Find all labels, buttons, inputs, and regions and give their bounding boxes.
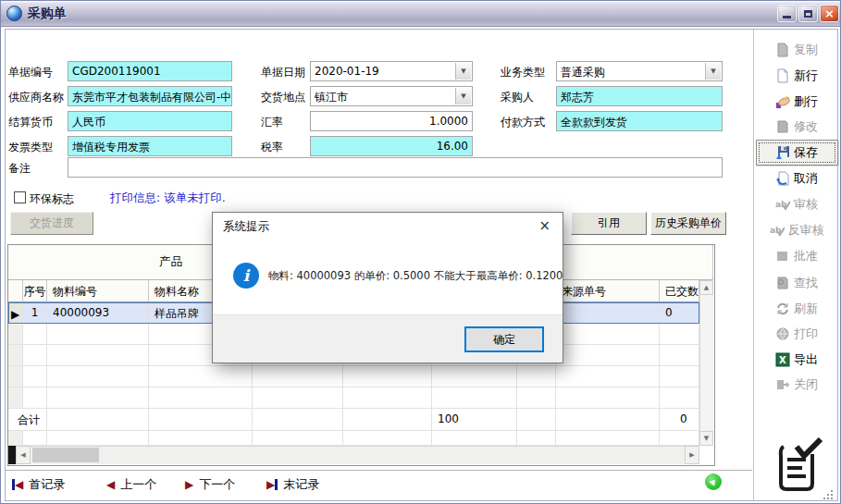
- group-header-right: [563, 245, 713, 280]
- dialog-message: 物料: 40000093 的单价: 0.5000 不能大于最高单价: 0.120…: [268, 269, 563, 283]
- currency-label: 结算货币: [8, 115, 53, 130]
- cell-material-code: 40000093: [47, 302, 149, 324]
- table-empty-row: [8, 366, 699, 387]
- sidebar-button-delete-row[interactable]: 删行: [756, 92, 837, 111]
- ok-button[interactable]: 确定: [464, 326, 544, 352]
- sidebar-button-unaudit[interactable]: ab 反审核: [756, 221, 837, 240]
- unaudit-icon: ab: [770, 223, 785, 238]
- maximize-button[interactable]: [798, 5, 818, 22]
- delivery-place-field[interactable]: 镇江市 ▼: [310, 86, 473, 106]
- col-delivered[interactable]: 已交数: [660, 280, 699, 302]
- delivery-place-label: 交货地点: [261, 90, 305, 105]
- sidebar-button-save[interactable]: 保存: [756, 143, 837, 162]
- col-source-no[interactable]: 来源单号: [556, 280, 660, 302]
- dialog-title: 系统提示: [223, 219, 269, 235]
- biz-type-label: 业务类型: [501, 65, 545, 80]
- hscrollbar-thumb[interactable]: [32, 448, 99, 462]
- buyer-field[interactable]: 郑志芳: [556, 86, 723, 106]
- buyer-label: 采购人: [501, 90, 534, 105]
- remark-field[interactable]: [68, 157, 723, 178]
- dialog-close-icon[interactable]: ×: [538, 217, 550, 234]
- col-seq[interactable]: 序号: [23, 280, 47, 302]
- maximize-icon: [804, 10, 812, 18]
- next-record-icon: ▶: [185, 478, 193, 491]
- nav-next-record[interactable]: ▶ 下一个: [185, 475, 235, 494]
- total-qty: 100: [432, 409, 517, 431]
- sidebar-button-close[interactable]: 关闭: [756, 375, 837, 394]
- resize-grip[interactable]: [831, 498, 833, 499]
- sidebar-button-cancel[interactable]: 取消: [756, 169, 837, 188]
- scroll-right-icon[interactable]: ▶: [685, 446, 699, 464]
- status-green-icon[interactable]: [705, 473, 722, 490]
- approve-icon: [775, 249, 790, 264]
- exchange-rate-label: 汇率: [261, 115, 283, 130]
- sidebar-button-copy[interactable]: 复制: [756, 41, 837, 59]
- currency-field[interactable]: 人民币: [68, 111, 232, 131]
- supplier-field[interactable]: 东莞市平才包装制品有限公司-中: [68, 86, 232, 106]
- remark-label: 备注: [8, 161, 31, 177]
- chevron-down-icon[interactable]: ▼: [455, 63, 471, 80]
- sidebar-button-audit[interactable]: ab 审核: [756, 195, 837, 214]
- history-price-button[interactable]: 历史采购单价: [650, 212, 726, 235]
- sidebar-button-print[interactable]: 打印: [756, 325, 837, 343]
- export-icon: X: [775, 352, 790, 367]
- eco-flag-label: 环保标志: [30, 191, 74, 207]
- sidebar-button-export[interactable]: X 导出: [756, 350, 837, 369]
- horizontal-scrollbar[interactable]: [8, 446, 699, 464]
- doc-date-label: 单据日期: [261, 65, 305, 80]
- delete-row-icon: [775, 94, 790, 109]
- minimize-button[interactable]: [777, 5, 797, 22]
- biz-type-field[interactable]: 普通采购 ▼: [556, 61, 723, 81]
- row-marker-icon: ▶: [8, 302, 23, 324]
- window-title: 采购单: [28, 6, 67, 22]
- table-empty-row: [8, 431, 699, 446]
- app-globe-icon: [6, 6, 22, 21]
- tax-rate-field[interactable]: 16.00: [310, 136, 473, 156]
- chevron-down-icon[interactable]: ▼: [455, 88, 471, 104]
- pay-method-field[interactable]: 全款款到发货: [556, 111, 723, 131]
- sidebar-button-refresh[interactable]: 刷新: [756, 300, 837, 318]
- refresh-icon: [775, 301, 790, 316]
- nav-last-record[interactable]: ▶ 末记录: [266, 475, 319, 494]
- doc-no-field[interactable]: CGD200119001: [68, 61, 232, 81]
- audit-icon: ab: [775, 197, 790, 212]
- total-label: 合计: [8, 409, 47, 431]
- edit-icon: [775, 119, 790, 134]
- scroll-up-icon[interactable]: ▲: [699, 280, 713, 295]
- svg-text:X: X: [779, 355, 786, 365]
- quote-button[interactable]: 引用: [571, 212, 647, 235]
- cell-seq: 1: [23, 302, 47, 324]
- close-window-icon: [775, 377, 790, 392]
- purchase-order-window: 采购单 × 单据编号 CGD200119001 供应商名称 东莞市平才包装制品有…: [0, 0, 841, 504]
- app-logo: [774, 437, 822, 493]
- nav-first-record[interactable]: ◀ 首记录: [12, 475, 65, 494]
- delivery-progress-button[interactable]: 交货进度: [10, 212, 93, 235]
- save-icon: [775, 145, 790, 160]
- chevron-down-icon[interactable]: ▼: [705, 63, 721, 80]
- eco-flag-checkbox[interactable]: [14, 191, 26, 203]
- scroll-left-icon[interactable]: ◀: [16, 446, 31, 464]
- sidebar-button-approve[interactable]: 批准: [756, 247, 837, 265]
- sidebar-button-find[interactable]: 查找: [756, 274, 837, 292]
- pay-method-label: 付款方式: [501, 115, 545, 130]
- cancel-icon: [775, 171, 790, 186]
- close-button[interactable]: ×: [820, 5, 839, 22]
- info-icon: i: [233, 263, 259, 289]
- sidebar-button-edit[interactable]: 修改: [756, 117, 837, 136]
- table-total-row: 合计 100 0: [8, 409, 699, 431]
- doc-date-field[interactable]: 2020-01-19 ▼: [310, 61, 473, 81]
- invoice-type-field[interactable]: 增值税专用发票: [68, 136, 232, 156]
- col-material-code[interactable]: 物料编号: [47, 280, 149, 302]
- scroll-down-icon[interactable]: ▼: [699, 431, 713, 446]
- sidebar-divider: [753, 30, 754, 500]
- tax-rate-label: 税率: [261, 140, 283, 155]
- exchange-rate-field[interactable]: 1.0000: [310, 111, 473, 131]
- print-info-text: 打印信息: 该单未打印.: [110, 191, 226, 206]
- nav-separator: [6, 470, 752, 471]
- nav-previous-record[interactable]: ◀ 上一个: [106, 475, 156, 494]
- print-icon: [775, 326, 790, 341]
- last-record-icon: ▶: [266, 478, 275, 491]
- sidebar-button-new-row[interactable]: 新行: [756, 67, 837, 85]
- doc-no-label: 单据编号: [8, 65, 53, 80]
- vertical-scrollbar[interactable]: [699, 280, 713, 446]
